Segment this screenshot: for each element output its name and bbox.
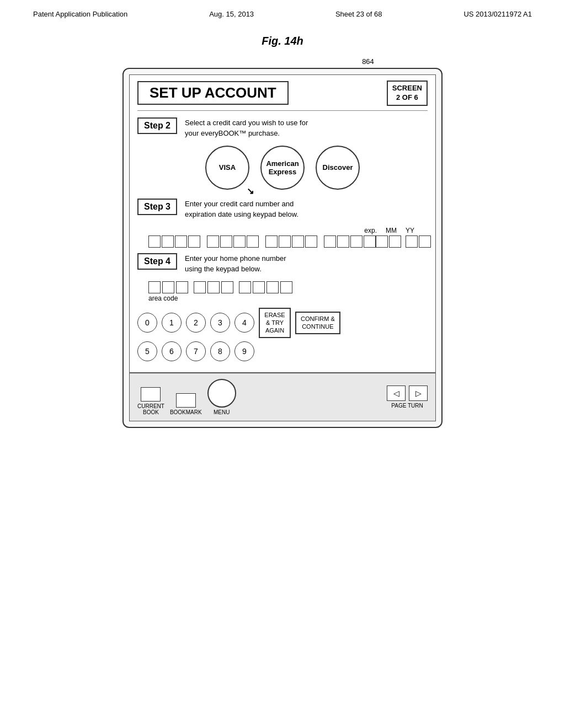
key-1[interactable]: 1 xyxy=(162,313,182,333)
phone-box[interactable] xyxy=(148,281,161,293)
cc-box[interactable] xyxy=(188,235,200,248)
cc-box[interactable] xyxy=(364,235,376,248)
next-page-btn[interactable]: ▷ xyxy=(409,386,428,401)
bookmark-btn[interactable] xyxy=(176,393,196,408)
patent-left: Patent Application Publication xyxy=(33,10,127,18)
exp-yy-fields xyxy=(406,235,431,248)
cc-box[interactable] xyxy=(279,235,291,248)
phone-fields xyxy=(148,281,428,293)
cc-box[interactable] xyxy=(220,235,232,248)
key-2[interactable]: 2 xyxy=(186,313,206,333)
menu-item: MENU xyxy=(207,379,236,415)
key-9[interactable]: 9 xyxy=(234,341,254,361)
cc-number-fields xyxy=(148,235,376,248)
step3-row: Step 3 Enter your credit card number and… xyxy=(137,197,428,220)
yy-label: YY xyxy=(406,227,414,234)
patent-number: US 2013/0211972 A1 xyxy=(463,10,532,18)
step2-label: Step 2 xyxy=(137,117,177,134)
erase-btn[interactable]: ERASE & TRY AGAIN xyxy=(259,308,291,338)
cc-box[interactable] xyxy=(162,235,174,248)
keypad-row1: 0 1 2 3 4 xyxy=(137,313,254,333)
device-container: SET UP ACCOUNT SCREEN 2 OF 6 Step 2 Sele… xyxy=(122,68,443,428)
screen-title: SET UP ACCOUNT xyxy=(137,81,289,105)
keypad-row2: 5 6 7 8 9 xyxy=(137,341,254,361)
step4-desc: Enter your home phone number using the k… xyxy=(185,252,286,275)
screen-indicator: SCREEN 2 OF 6 xyxy=(387,81,428,106)
bookmark-label: BOOKMARK xyxy=(170,409,202,415)
cc-box[interactable] xyxy=(350,235,363,248)
exp-yy-box[interactable] xyxy=(406,235,418,248)
step3-desc: Enter your credit card number and expira… xyxy=(185,197,299,220)
step4-row: Step 4 Enter your home phone number usin… xyxy=(137,252,428,275)
phone-box[interactable] xyxy=(207,281,220,293)
phone-number-group xyxy=(239,281,292,293)
phone-box[interactable] xyxy=(162,281,174,293)
keypad-container: 0 1 2 3 4 ERASE & TRY AGAIN CONFIRM & CO… xyxy=(137,308,428,361)
top-bar: SET UP ACCOUNT SCREEN 2 OF 6 xyxy=(137,81,428,111)
visa-label: VISA xyxy=(219,163,236,172)
cc-box[interactable] xyxy=(292,235,304,248)
fig-label: Fig. 14h xyxy=(0,35,565,47)
bookmark-item: BOOKMARK xyxy=(170,393,202,415)
menu-btn[interactable] xyxy=(207,379,236,408)
discover-label: Discover xyxy=(323,163,353,172)
card-options: VISA ↘ American Express Discover xyxy=(137,146,428,190)
key-0[interactable]: 0 xyxy=(137,313,157,333)
patent-date: Aug. 15, 2013 xyxy=(209,10,254,18)
current-book-item: CURRENT BOOK xyxy=(137,387,164,415)
menu-label: MENU xyxy=(214,409,230,415)
cc-box[interactable] xyxy=(324,235,336,248)
phone-box[interactable] xyxy=(221,281,233,293)
page-turn-item: ◁ ▷ PAGE TURN xyxy=(387,386,428,409)
key-4[interactable]: 4 xyxy=(234,313,254,333)
key-6[interactable]: 6 xyxy=(162,341,182,361)
phone-prefix-group xyxy=(194,281,233,293)
cc-box[interactable] xyxy=(175,235,187,248)
visa-card-btn[interactable]: VISA ↘ xyxy=(205,146,249,190)
key-8[interactable]: 8 xyxy=(210,341,230,361)
prev-page-btn[interactable]: ◁ xyxy=(387,386,406,401)
step4-label: Step 4 xyxy=(137,253,177,270)
phone-box[interactable] xyxy=(280,281,292,293)
page-turn-label: PAGE TURN xyxy=(391,403,423,409)
patent-sheet: Sheet 23 of 68 xyxy=(335,10,382,18)
phone-box[interactable] xyxy=(176,281,188,293)
nav-area: CURRENT BOOK BOOKMARK MENU ◁ ▷ PAGE TURN xyxy=(129,373,436,421)
current-book-btn[interactable] xyxy=(141,387,161,402)
current-book-label: CURRENT BOOK xyxy=(137,403,164,415)
phone-box[interactable] xyxy=(253,281,265,293)
phone-box[interactable] xyxy=(194,281,206,293)
exp-yy-box[interactable] xyxy=(419,235,431,248)
key-5[interactable]: 5 xyxy=(137,341,157,361)
screen-area: SET UP ACCOUNT SCREEN 2 OF 6 Step 2 Sele… xyxy=(129,74,436,373)
confirm-btn[interactable]: CONFIRM & CONTINUE xyxy=(295,312,340,334)
key-7[interactable]: 7 xyxy=(186,341,206,361)
cc-box[interactable] xyxy=(207,235,219,248)
step2-desc: Select a credit card you wish to use for… xyxy=(185,116,308,139)
visa-arrow-icon: ↘ xyxy=(247,186,254,196)
phone-box[interactable] xyxy=(266,281,279,293)
exp-mm-box[interactable] xyxy=(389,235,401,248)
cc-box[interactable] xyxy=(247,235,259,248)
nav-left: CURRENT BOOK BOOKMARK MENU xyxy=(137,379,236,415)
phone-box[interactable] xyxy=(239,281,251,293)
amex-label: American Express xyxy=(266,159,299,176)
phone-area-group xyxy=(148,281,188,293)
exp-mm-fields xyxy=(376,235,401,248)
cc-box[interactable] xyxy=(265,235,278,248)
page-turn-btns: ◁ ▷ xyxy=(387,386,428,401)
exp-mm-box[interactable] xyxy=(376,235,388,248)
exp-label: exp. xyxy=(364,227,377,234)
cc-box[interactable] xyxy=(305,235,317,248)
cc-box[interactable] xyxy=(233,235,246,248)
amex-card-btn[interactable]: American Express xyxy=(260,146,305,190)
discover-card-btn[interactable]: Discover xyxy=(316,146,360,190)
mm-label: MM xyxy=(386,227,397,234)
nav-right: ◁ ▷ PAGE TURN xyxy=(387,386,428,409)
cc-box[interactable] xyxy=(148,235,161,248)
cc-box[interactable] xyxy=(337,235,349,248)
ref-number: 864 xyxy=(171,57,565,66)
key-3[interactable]: 3 xyxy=(210,313,230,333)
step2-row: Step 2 Select a credit card you wish to … xyxy=(137,116,428,139)
step3-label: Step 3 xyxy=(137,199,177,215)
